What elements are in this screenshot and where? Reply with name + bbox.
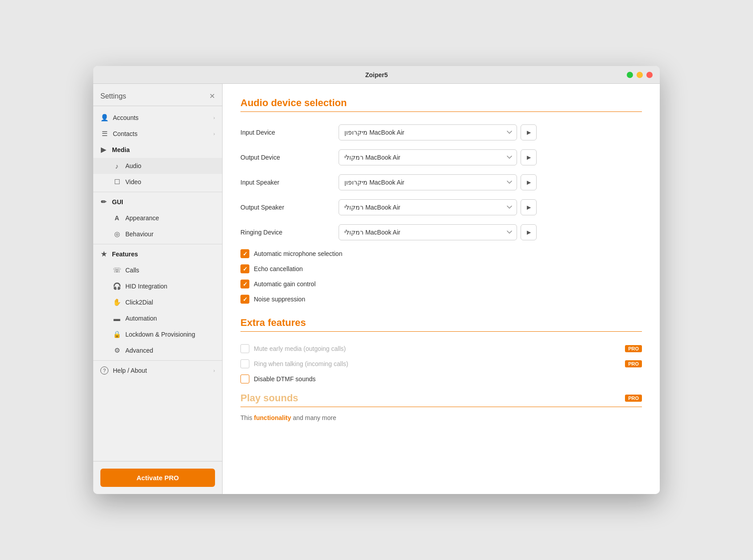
- input-device-play-button[interactable]: ▶: [521, 124, 537, 140]
- input-device-select[interactable]: מיקרופון MacBook Air: [339, 124, 517, 140]
- ringing-device-play-button[interactable]: ▶: [521, 224, 537, 240]
- minimize-button[interactable]: [637, 72, 643, 78]
- sidebar-section-features[interactable]: ★ Features: [93, 246, 222, 262]
- sidebar-item-accounts[interactable]: 👤 Accounts ›: [93, 110, 222, 126]
- extra-section-divider: [240, 331, 642, 332]
- chevron-right-icon: ›: [213, 131, 215, 136]
- video-icon: ☐: [113, 178, 121, 186]
- sidebar-item-label: Accounts: [113, 114, 209, 121]
- chevron-right-icon: ›: [213, 115, 215, 120]
- auto-gain-checkbox[interactable]: [240, 280, 249, 288]
- pro-badge-mute: PRO: [625, 345, 642, 352]
- sidebar-item-contacts[interactable]: ☰ Contacts ›: [93, 126, 222, 142]
- pencil-icon: ✏: [99, 198, 108, 206]
- sidebar-section-media[interactable]: ▶ Media: [93, 142, 222, 158]
- sidebar-close-button[interactable]: ✕: [209, 92, 215, 100]
- nav-divider: [93, 192, 222, 192]
- mute-early-checkbox[interactable]: [240, 344, 249, 353]
- close-button[interactable]: [646, 72, 653, 78]
- output-speaker-controls: רמקולי MacBook Air ▶: [339, 199, 537, 215]
- automation-icon: ▬: [113, 314, 121, 322]
- output-speaker-play-button[interactable]: ▶: [521, 199, 537, 215]
- app-window: Zoiper5 Settings ✕ 👤 Accounts ›: [93, 66, 660, 494]
- sidebar-item-click2dial[interactable]: ✋ Click2Dial: [93, 294, 222, 310]
- window-controls: [627, 72, 653, 78]
- audio-checkboxes: Automatic microphone selection Echo canc…: [240, 249, 642, 304]
- output-speaker-label: Output Speaker: [240, 204, 339, 211]
- sidebar-item-label: Appearance: [125, 214, 215, 222]
- sidebar: Settings ✕ 👤 Accounts › ☰ Contacts ›: [93, 84, 223, 494]
- media-play-icon: ▶: [99, 146, 108, 154]
- sidebar-section-label: GUI: [112, 198, 215, 206]
- appearance-icon: A: [113, 214, 121, 222]
- sidebar-section-label: Features: [112, 251, 215, 258]
- play-sounds-section: Play sounds PRO This functionality and m…: [240, 392, 642, 421]
- pro-badge-playsounds: PRO: [625, 395, 642, 402]
- auto-mic-label: Automatic microphone selection: [254, 250, 342, 257]
- auto-gain-row: Automatic gain control: [240, 280, 642, 288]
- titlebar: Zoiper5: [93, 66, 660, 84]
- input-speaker-select[interactable]: מיקרופון MacBook Air: [339, 174, 517, 190]
- auto-mic-row: Automatic microphone selection: [240, 249, 642, 258]
- person-icon: 👤: [100, 114, 108, 122]
- maximize-button[interactable]: [627, 72, 633, 78]
- phone-icon: ☏: [113, 266, 121, 274]
- sidebar-item-video[interactable]: ☐ Video: [93, 174, 222, 190]
- disable-dtmf-checkbox[interactable]: [240, 375, 249, 383]
- ring-talking-checkbox[interactable]: [240, 359, 249, 368]
- play-sounds-divider: [240, 407, 642, 407]
- input-device-label: Input Device: [240, 129, 339, 136]
- input-device-row: Input Device מיקרופון MacBook Air ▶: [240, 124, 642, 140]
- sidebar-item-audio[interactable]: ♪ Audio: [93, 158, 222, 174]
- ringing-device-controls: רמקולי MacBook Air ▶: [339, 224, 537, 240]
- sidebar-item-label: Click2Dial: [125, 299, 215, 306]
- sidebar-item-label: Contacts: [113, 130, 209, 137]
- sidebar-item-helpabout[interactable]: ? Help / About ›: [93, 362, 222, 379]
- sidebar-item-calls[interactable]: ☏ Calls: [93, 262, 222, 278]
- help-icon: ?: [100, 366, 108, 375]
- sidebar-section-gui[interactable]: ✏ GUI: [93, 194, 222, 210]
- output-device-select[interactable]: רמקולי MacBook Air: [339, 149, 517, 165]
- mute-early-row: Mute early media (outgoing calls) PRO: [240, 344, 642, 353]
- sidebar-item-lockdown[interactable]: 🔒 Lockdown & Provisioning: [93, 326, 222, 342]
- ringing-device-row: Ringing Device רמקולי MacBook Air ▶: [240, 224, 642, 240]
- hand-icon: ✋: [113, 298, 121, 306]
- echo-cancel-checkbox[interactable]: [240, 264, 249, 273]
- output-speaker-select[interactable]: רמקולי MacBook Air: [339, 199, 517, 215]
- sidebar-item-label: Video: [125, 178, 215, 185]
- extra-section-title: Extra features: [240, 317, 642, 329]
- main-layout: Settings ✕ 👤 Accounts › ☰ Contacts ›: [93, 84, 660, 494]
- auto-mic-checkbox[interactable]: [240, 249, 249, 258]
- sidebar-item-appearance[interactable]: A Appearance: [93, 210, 222, 226]
- play-sounds-text: This functionality and many more: [240, 414, 642, 421]
- gear-icon: ⚙: [113, 346, 121, 354]
- input-speaker-play-button[interactable]: ▶: [521, 174, 537, 190]
- sidebar-item-behaviour[interactable]: ◎ Behaviour: [93, 226, 222, 242]
- noise-suppress-checkbox[interactable]: [240, 295, 249, 304]
- ring-talking-label: Ring when talking (incoming calls): [254, 360, 348, 367]
- audio-icon: ♪: [113, 162, 121, 170]
- sidebar-item-label: Automation: [125, 315, 215, 322]
- sidebar-item-label: Lockdown & Provisioning: [125, 331, 215, 338]
- output-device-play-button[interactable]: ▶: [521, 149, 537, 165]
- headset-icon: 🎧: [113, 282, 121, 290]
- nav-divider: [93, 244, 222, 244]
- sidebar-item-automation[interactable]: ▬ Automation: [93, 310, 222, 326]
- sidebar-item-hid[interactable]: 🎧 HID Integration: [93, 278, 222, 294]
- sidebar-item-label: Advanced: [125, 347, 215, 354]
- sidebar-footer: Activate PRO: [93, 461, 222, 494]
- sidebar-item-advanced[interactable]: ⚙ Advanced: [93, 342, 222, 358]
- noise-suppress-row: Noise suppression: [240, 295, 642, 304]
- input-speaker-row: Input Speaker מיקרופון MacBook Air ▶: [240, 174, 642, 190]
- sidebar-item-label: Audio: [125, 162, 215, 169]
- ringing-device-select[interactable]: רמקולי MacBook Air: [339, 224, 517, 240]
- ring-talking-row: Ring when talking (incoming calls) PRO: [240, 359, 642, 368]
- content-area: Audio device selection Input Device מיקר…: [223, 84, 660, 494]
- output-speaker-row: Output Speaker רמקולי MacBook Air ▶: [240, 199, 642, 215]
- lock-icon: 🔒: [113, 330, 121, 338]
- activate-pro-button[interactable]: Activate PRO: [100, 469, 215, 487]
- sidebar-item-label: Help / About: [113, 367, 209, 374]
- noise-suppress-label: Noise suppression: [254, 296, 305, 303]
- output-device-controls: רמקולי MacBook Air ▶: [339, 149, 537, 165]
- sidebar-header: Settings ✕: [93, 84, 222, 106]
